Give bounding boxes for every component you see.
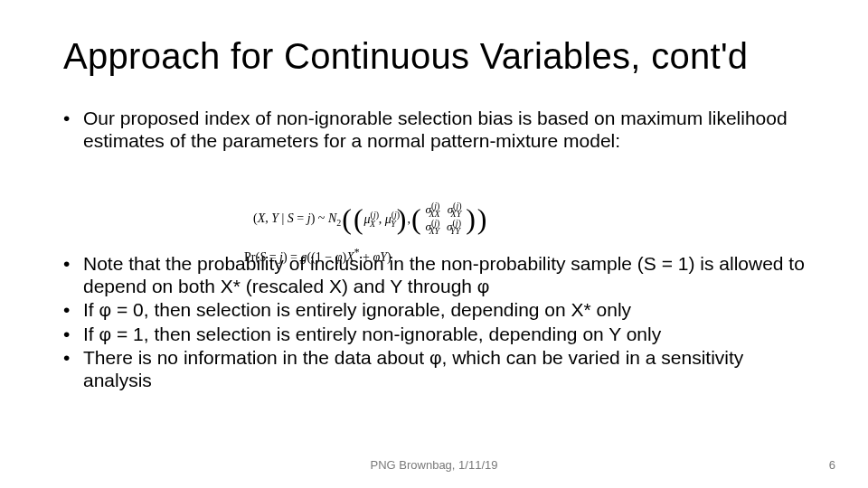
bullet-list-top: Our proposed index of non-ignorable sele… xyxy=(63,108,805,152)
footer-text: PNG Brownbag, 1/11/19 xyxy=(0,458,868,472)
bullet-item: There is no information in the data abou… xyxy=(63,347,805,391)
slide-title: Approach for Continuous Variables, cont'… xyxy=(63,36,805,77)
slide: Approach for Continuous Variables, cont'… xyxy=(0,0,868,488)
bullet-list-bottom: Note that the probability of inclusion i… xyxy=(63,253,805,391)
bullet-item: Our proposed index of non-ignorable sele… xyxy=(63,108,805,152)
bullet-item: Note that the probability of inclusion i… xyxy=(63,253,805,297)
formula-distribution: (X, Y | S = j) ~ N2 ( ( μ(j)X , μ(j)Y ) … xyxy=(253,202,488,237)
bullet-item: If φ = 0, then selection is entirely ign… xyxy=(63,299,805,322)
page-number: 6 xyxy=(829,458,835,472)
bullet-item: If φ = 1, then selection is entirely non… xyxy=(63,324,805,346)
